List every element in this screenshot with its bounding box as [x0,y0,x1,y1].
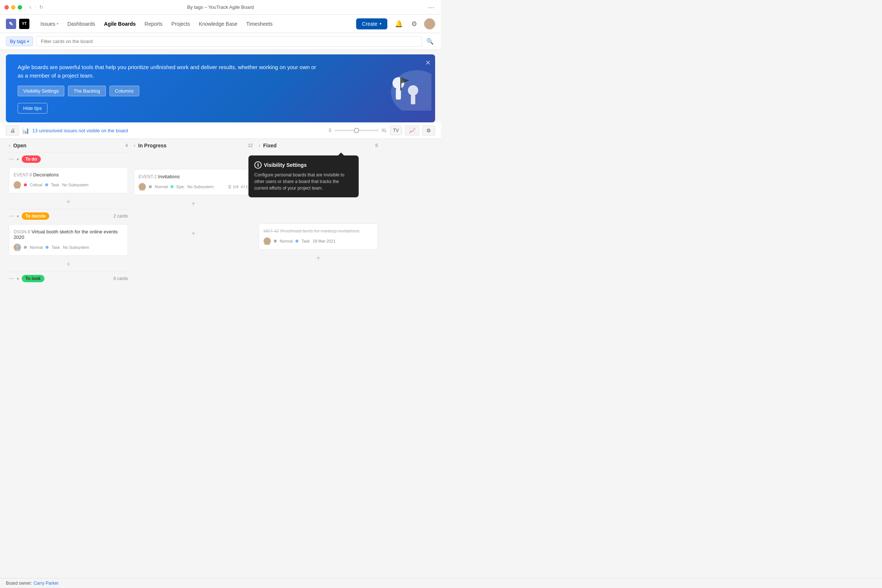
info-icon: ℹ [254,161,262,169]
svg-point-0 [428,20,432,24]
swimlane-toggle-icon[interactable]: ▾ [17,157,19,161]
slider-area: S XL TV 📈 ⚙ [328,125,435,136]
column-toggle-icon[interactable]: ‹ [9,143,10,148]
bar-chart-icon: 📊 [22,127,29,134]
swimlane-decide-inprogress: + [131,211,256,241]
column-inprogress-count: 12 [248,143,253,148]
add-card-button[interactable]: + [134,228,253,239]
window-controls [4,5,22,9]
refresh-button[interactable]: ↻ [39,4,44,10]
swimlane-look: ⋯ ▾ To look 6 cards [6,272,131,285]
swimlane-count: 2 cards [114,213,128,219]
minimize-button[interactable] [11,5,15,9]
app-switcher-icon[interactable]: ✎ [6,19,16,29]
nav-item-projects[interactable]: Projects [168,19,194,29]
add-card-button[interactable]: + [9,196,128,208]
youtrack-logo[interactable]: YT [19,19,29,29]
column-fixed-title: Fixed [263,142,277,148]
window-top-bar: ‹ › ↻ By tags – YouTrack Agile Board ⋯ [0,0,441,15]
nav-item-reports[interactable]: Reports [141,19,166,29]
chevron-down-icon: ▾ [57,22,58,26]
swimlane-todo-inprogress: EVENT-2 Invitations Normal Epic No Subsy… [131,152,256,211]
svg-rect-5 [400,78,401,90]
priority-text: Normal [280,239,292,243]
visibility-settings-tooltip: ℹ Visibility Settings Configure personal… [248,156,358,197]
backlog-button[interactable]: The Backlog [68,86,105,96]
board-settings-button[interactable]: ⚙ [422,125,435,136]
nav-item-dashboards[interactable]: Dashboards [64,19,99,29]
svg-rect-8 [411,95,415,104]
nav-item-timesheets[interactable]: Timesheets [243,19,276,29]
printer-button[interactable]: 🖨 [6,125,19,136]
maximize-button[interactable] [18,5,22,9]
graph-view-button[interactable]: 📈 [405,125,419,136]
svg-point-9 [16,182,19,185]
forward-button[interactable]: › [34,4,36,10]
card-dsgn8[interactable]: DSGN-8 Virtual booth sketch for the onli… [9,224,128,256]
subsystem-text: No Subsystem [63,245,89,249]
logo-area: ✎ YT [6,19,29,29]
card-event9[interactable]: EVENT-9 Decorations Critical Task No Sub… [9,167,128,193]
nav-item-agile-boards[interactable]: Agile Boards [100,19,139,29]
card-meta: Normal Task No Subsystem [14,244,123,251]
swimlane-toggle-icon[interactable]: ▾ [17,214,19,218]
chevron-down-icon: ▾ [380,22,381,26]
type-dot [171,185,174,188]
more-button[interactable]: ⋯ [428,3,435,11]
visibility-settings-button[interactable]: Visibility Settings [18,86,64,96]
info-banner: Agile boards are powerful tools that hel… [6,54,435,122]
priority-text: Normal [30,245,43,249]
filter-input[interactable] [36,36,422,46]
swimlane-menu-icon[interactable]: ⋯ [9,213,14,219]
back-button[interactable]: ‹ [29,4,31,10]
add-card-button[interactable]: + [9,259,128,270]
columns-button[interactable]: Columns [110,86,139,96]
swimlane-menu-icon[interactable]: ⋯ [9,276,14,282]
nav-icons: 🔔 ⚙ [393,18,435,29]
hide-tips-button[interactable]: Hide tips [18,103,47,114]
type-text: Task [51,245,60,249]
svg-point-16 [265,243,270,245]
swimlane-toggle-icon[interactable]: ▾ [17,277,19,281]
swimlane-decide: ⋯ ▾ To decide 2 cards DSGN-8 Virtual boo… [6,209,131,272]
svg-point-10 [15,186,20,189]
card-title: Proofread texts for meetup invitations [280,228,359,234]
settings-button[interactable]: ⚙ [409,18,420,29]
create-button[interactable]: Create ▾ [356,18,387,29]
column-inprogress-header: ‹ In Progress 12 [131,139,256,152]
priority-dot [274,240,277,243]
swimlane-menu-icon[interactable]: ⋯ [9,156,14,162]
swimlane-look-header: ⋯ ▾ To look 6 cards [6,272,131,285]
card-col-decide-fixed: MKT-43 Proofread texts for meetup invita… [256,222,381,266]
unresolved-issues-link[interactable]: 13 unresolved issues not visible on the … [32,128,128,134]
banner-art [362,54,435,122]
svg-point-14 [140,188,145,190]
priority-text: Critical [30,183,42,187]
nav-item-knowledge-base[interactable]: Knowledge Base [195,19,241,29]
user-avatar[interactable] [424,18,435,29]
board-toolbar: 🖨 📊 13 unresolved issues not visible on … [0,122,441,139]
swimlane-decide-tag: To decide [22,212,49,220]
by-tags-button[interactable]: By tags ▾ [6,36,33,46]
card-event2[interactable]: EVENT-2 Invitations Normal Epic No Subsy… [134,169,253,195]
tv-view-button[interactable]: TV [390,126,402,135]
notifications-button[interactable]: 🔔 [393,18,404,29]
card-col-todo-open: EVENT-9 Decorations Critical Task No Sub… [6,166,131,209]
card-meta: Critical Task No Subsystem [14,181,123,189]
column-open-title: Open [13,142,27,148]
add-card-button[interactable]: + [134,198,253,210]
card-mkt43[interactable]: MKT-43 Proofread texts for meetup invita… [259,224,378,249]
card-title: Invitations [158,174,180,179]
tooltip-title: ℹ Visibility Settings [254,161,353,169]
type-dot [46,246,48,249]
priority-dot [24,246,27,249]
card-id: MKT-43 [264,229,279,234]
search-button[interactable]: 🔍 [425,36,435,46]
card-size-slider[interactable] [334,130,378,131]
svg-rect-4 [396,88,401,100]
close-button[interactable] [4,5,9,9]
column-toggle-icon[interactable]: ‹ [259,143,260,148]
add-card-button[interactable]: + [259,252,378,264]
nav-item-issues[interactable]: Issues ▾ [37,19,62,29]
column-toggle-icon[interactable]: ‹ [134,143,135,148]
